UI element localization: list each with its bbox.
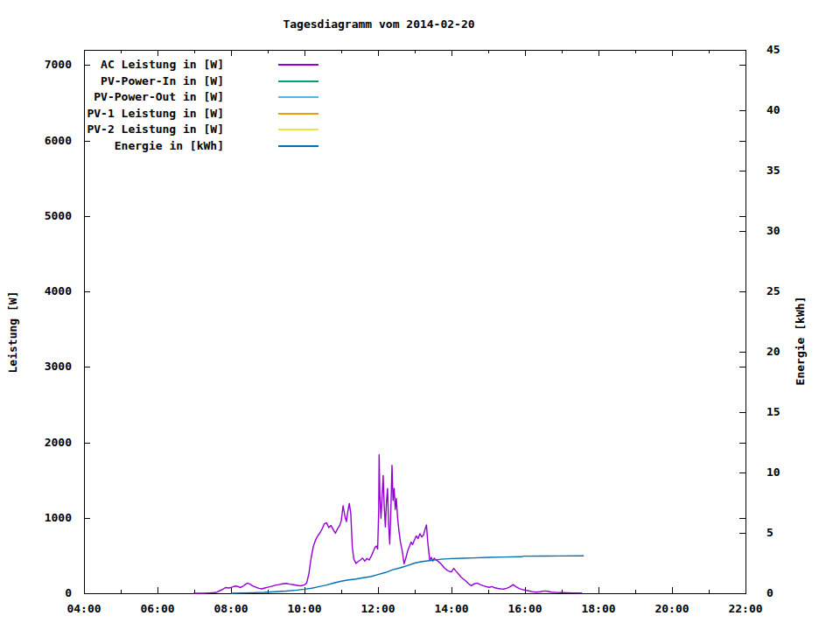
legend-label: AC Leistung in [W] [84, 57, 224, 73]
x-tick-label: 04:00 [58, 602, 110, 616]
legend-row: Energie in [kWh] [84, 138, 338, 154]
y-right-tick-label: 35 [766, 164, 819, 178]
y-left-tick-label: 2000 [19, 436, 72, 450]
y-left-tick-label: 1000 [19, 511, 72, 525]
y-right-tick-label: 25 [766, 284, 819, 298]
legend-label: PV-Power-Out in [W] [84, 89, 224, 105]
y-right-tick-label: 5 [766, 526, 819, 540]
legend-color-sample [278, 80, 318, 82]
y-right-tick-label: 0 [766, 586, 819, 600]
legend-color-sample [278, 145, 318, 147]
y-left-tick-label: 3000 [19, 360, 72, 374]
y-right-tick-label: 40 [766, 103, 819, 117]
x-tick-label: 18:00 [572, 602, 625, 616]
y-left-axis-title: Leistung [W] [6, 245, 19, 420]
y-left-tick-label: 5000 [19, 209, 72, 223]
y-right-axis-title: Energie [kWh] [794, 254, 807, 429]
legend-color-sample [278, 113, 318, 115]
y-left-tick-label: 6000 [19, 134, 72, 148]
legend-row: PV-Power-In in [W] [84, 74, 338, 89]
legend-color-sample [278, 64, 318, 66]
x-tick-label: 08:00 [205, 602, 257, 616]
y-right-tick-label: 15 [766, 405, 819, 419]
legend-label: PV-1 Leistung in [W] [84, 106, 224, 122]
x-tick-label: 20:00 [646, 602, 698, 616]
x-tick-label: 14:00 [425, 602, 478, 616]
legend-row: PV-Power-Out in [W] [84, 89, 338, 105]
legend-label: PV-2 Leistung in [W] [84, 122, 224, 137]
legend-color-sample [278, 96, 318, 98]
legend-label: Energie in [kWh] [84, 138, 224, 154]
y-right-tick-label: 10 [766, 466, 819, 480]
x-tick-label: 22:00 [719, 602, 772, 616]
legend-row: PV-2 Leistung in [W] [84, 122, 338, 137]
x-tick-label: 10:00 [278, 602, 331, 616]
legend-label: PV-Power-In in [W] [84, 74, 224, 89]
daily-diagram-page: Tagesdiagramm vom 2014-02-20 Leistung [W… [0, 0, 840, 630]
x-tick-label: 12:00 [352, 602, 404, 616]
y-left-tick-label: 0 [19, 586, 72, 600]
chart-title: Tagesdiagramm vom 2014-02-20 [0, 18, 758, 31]
series-line [231, 556, 584, 593]
y-left-tick-label: 4000 [19, 284, 72, 298]
legend-row: PV-1 Leistung in [W] [84, 106, 338, 122]
y-left-tick-label: 7000 [19, 58, 72, 72]
y-right-tick-label: 20 [766, 345, 819, 359]
x-tick-label: 16:00 [499, 602, 551, 616]
legend-color-sample [278, 129, 318, 130]
y-right-tick-label: 45 [766, 43, 819, 57]
y-right-tick-label: 30 [766, 224, 819, 238]
x-tick-label: 06:00 [131, 602, 184, 616]
series-line [193, 455, 582, 593]
legend-row: AC Leistung in [W] [84, 57, 338, 73]
